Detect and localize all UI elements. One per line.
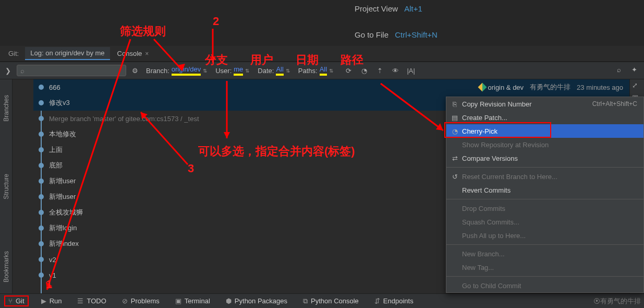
bottom-label: TODO (87, 297, 106, 305)
menu-item-cherry-pick[interactable]: ◔Cherry-Pick (446, 124, 643, 138)
commit-dot-icon (39, 273, 44, 278)
bottom-label: Terminal (185, 297, 210, 305)
bottom-label: Run (50, 297, 62, 305)
commit-dot-icon (39, 194, 44, 199)
chevron-right-icon[interactable]: ❯ (3, 67, 13, 75)
goto-file-shortcut: Ctrl+Shift+N (395, 30, 438, 39)
rail-structure[interactable]: Structure (3, 174, 10, 199)
menu-label: Reset Current Branch to Here... (462, 173, 557, 181)
expand-icon[interactable]: ⤢ (630, 79, 644, 91)
git-icon: ⑂ (8, 297, 13, 305)
terminal-icon: ▣ (175, 297, 181, 305)
filter-branch[interactable]: Branch: origin/dev ⇅ (144, 65, 209, 76)
bottom-git[interactable]: ⑂Git (4, 295, 29, 306)
menu-icon: ⎘ (451, 100, 459, 108)
filter-date[interactable]: Date: All ⇅ (256, 65, 292, 76)
search-icon: ⌕ (20, 67, 25, 75)
search-field[interactable] (27, 67, 123, 75)
menu-separator (446, 199, 643, 199)
bottom-python-packages[interactable]: ⬢Python Packages (223, 296, 290, 306)
bottom-todo[interactable]: ☰TODO (74, 296, 109, 306)
menu-item-show-repository-at-revision: Show Repository at Revision (446, 138, 643, 151)
bottom-problems[interactable]: ⊘Problems (119, 296, 163, 306)
commit-dot-icon (39, 257, 44, 262)
project-view-hint: Project View Alt+1 (355, 4, 422, 13)
project-view-shortcut: Alt+1 (404, 4, 422, 13)
menu-item-go-to-child-commit: Go to Child Commit (446, 279, 643, 292)
menu-item-revert-commits[interactable]: Revert Commits (446, 183, 643, 197)
menu-item-new-tag: New Tag... (446, 260, 643, 274)
menu-item-squash-commits: Squash Commits... (446, 215, 643, 229)
bottom-label: Python Console (311, 297, 359, 305)
bottom-run[interactable]: ▶Run (38, 296, 65, 306)
tab-console-label: Console (117, 50, 142, 57)
git-label: Git: (4, 50, 23, 57)
bottom-endpoints[interactable]: ⇵Endpoints (371, 296, 417, 306)
menu-label: Go to Child Commit (462, 282, 521, 290)
bottom-label: Problems (131, 297, 160, 305)
goto-file-hint: Go to File Ctrl+Shift+N (355, 30, 438, 39)
filter-user[interactable]: User: me ⇅ (213, 65, 251, 76)
auto-import-icon[interactable]: ✦ (631, 66, 641, 75)
menu-item-drop-commits: Drop Commits (446, 202, 643, 215)
eye-icon[interactable]: 👁 (391, 66, 400, 75)
search-input[interactable]: ⌕ (17, 65, 126, 76)
goto-file-label: Go to File (355, 30, 388, 39)
menu-item-compare-versions[interactable]: ⇄Compare Versions (446, 151, 643, 165)
chevron-down-icon: ⇅ (203, 68, 207, 74)
filter-toolbar: ❯ ⌕ ⚙ Branch: origin/dev ⇅ User: me ⇅ Da… (0, 62, 644, 79)
tab-log[interactable]: Log: on origin/dev by me (25, 47, 110, 60)
bottom-label: Python Packages (235, 297, 287, 305)
search-everywhere-icon[interactable]: ⌕ (617, 66, 626, 75)
tab-console[interactable]: Console × (112, 48, 154, 60)
refresh-icon[interactable]: ⟳ (344, 66, 353, 75)
branch-tag-label: origin & dev (488, 84, 524, 91)
tab-log-label: Log: on origin/dev by me (30, 49, 104, 57)
menu-item-push-all-up-to-here: Push All up to Here... (446, 229, 643, 242)
chevron-down-icon: ⇅ (245, 68, 249, 74)
menu-label: Create Patch... (462, 114, 507, 122)
rail-bookmarks[interactable]: Bookmarks (3, 251, 10, 282)
commit-dot-icon (39, 116, 44, 121)
filter-user-label: User: (215, 67, 232, 75)
commit-row[interactable]: 666origin & dev有勇气的牛排23 minutes ago (33, 79, 629, 95)
cherry-pick-icon[interactable]: ◔ (359, 66, 369, 75)
commit-dot-icon (39, 163, 44, 168)
filter-paths-value: All (320, 65, 327, 76)
close-icon[interactable]: × (145, 50, 149, 57)
push-icon[interactable]: ⇡ (375, 66, 384, 75)
menu-shortcut: Ctrl+Alt+Shift+C (592, 100, 637, 108)
log-toolbar-icons: ⟳ ◔ ⇡ 👁 |A| (344, 66, 613, 75)
filter-branch-value: origin/dev (172, 65, 201, 76)
commit-dot-icon (39, 210, 44, 215)
menu-label: New Tag... (462, 264, 494, 271)
editor-hint-area: Project View Alt+1 Go to File Ctrl+Shift… (0, 0, 644, 46)
menu-separator (446, 244, 643, 245)
menu-item-copy-revision-number[interactable]: ⎘Copy Revision NumberCtrl+Alt+Shift+C (446, 97, 643, 111)
commit-dot-icon (39, 132, 44, 137)
filter-date-label: Date: (258, 67, 274, 75)
menu-item-create-patch[interactable]: ▤Create Patch... (446, 111, 643, 124)
commit-author: 有勇气的牛排 (530, 82, 570, 92)
bottom-python-console[interactable]: ⧉Python Console (300, 296, 362, 306)
menu-separator (446, 276, 643, 277)
filter-user-value: me (234, 65, 243, 76)
commit-meta: origin & dev有勇气的牛排23 minutes ago (479, 82, 629, 92)
filter-paths-label: Paths: (298, 67, 318, 75)
branch-tag[interactable]: origin & dev (479, 84, 524, 91)
regex-icon[interactable]: |A| (406, 66, 416, 75)
menu-label: Show Repository at Revision (462, 141, 549, 149)
bottom-terminal[interactable]: ▣Terminal (172, 296, 213, 306)
menu-item-new-branch: New Branch... (446, 247, 643, 260)
bottom-label: Git (16, 297, 25, 305)
commit-dot-icon (39, 179, 44, 184)
gear-icon[interactable]: ⚙ (130, 66, 140, 75)
commit-message: 666 (49, 84, 479, 91)
filter-paths[interactable]: Paths: All ⇅ (296, 65, 335, 76)
rail-branches[interactable]: Branches (3, 95, 10, 122)
menu-item-reset-current-branch-to-here: ↺Reset Current Branch to Here... (446, 170, 643, 183)
project-view-label: Project View (355, 4, 398, 13)
right-side-icons: ⌕ ✦ (617, 66, 641, 75)
menu-label: Push All up to Here... (462, 232, 526, 240)
filter-date-value: All (276, 65, 283, 76)
